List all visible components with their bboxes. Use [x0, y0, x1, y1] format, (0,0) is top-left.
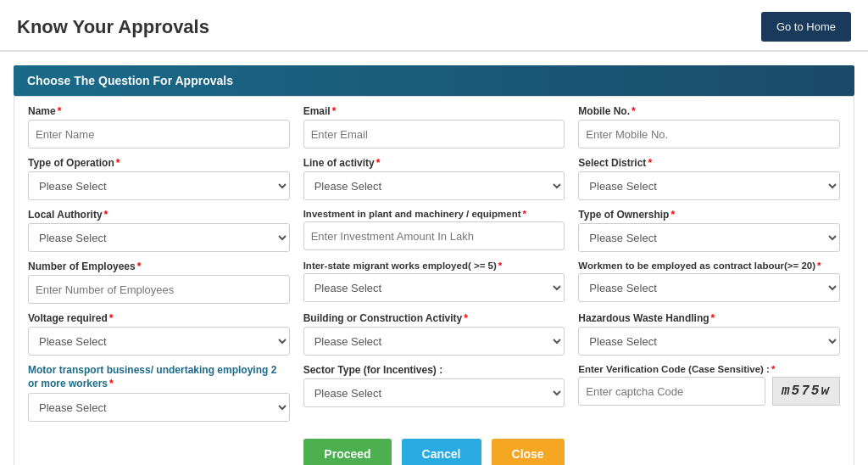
voltage-label: Voltage required*	[28, 312, 290, 324]
form-area: Name* Email* Mobile No.* Type of Oper	[14, 96, 854, 465]
hazardous-label: Hazardous Waste Handling*	[578, 312, 840, 324]
form-grid: Name* Email* Mobile No.* Type of Oper	[28, 105, 840, 425]
mobile-label: Mobile No.*	[578, 105, 840, 117]
building-select[interactable]: Please Select	[303, 327, 565, 356]
sector-label: Sector Type (for Incentives) :	[303, 364, 565, 376]
type-of-operation-group: Type of Operation* Please Select	[28, 157, 290, 200]
captcha-image: m575w	[772, 377, 840, 406]
inter-state-group: Inter-state migrant works employed( >= 5…	[303, 261, 565, 304]
page-header: Know Your Approvals Go to Home	[0, 0, 868, 52]
sector-select[interactable]: Please Select	[303, 378, 565, 407]
inter-state-label: Inter-state migrant works employed( >= 5…	[303, 261, 565, 271]
building-group: Building or Construction Activity* Pleas…	[303, 312, 565, 356]
investment-label: Investment in plant and machinery / equi…	[303, 209, 565, 219]
motor-label: Motor transport business/ undertaking em…	[28, 364, 290, 390]
select-district-group: Select District* Please Select	[578, 157, 840, 200]
voltage-group: Voltage required* Please Select	[28, 312, 290, 356]
investment-input[interactable]	[303, 221, 565, 250]
num-employees-group: Number of Employees*	[28, 261, 290, 304]
email-input[interactable]	[303, 120, 565, 148]
local-authority-select[interactable]: Please Select	[28, 223, 290, 252]
workmen-group: Workmen to be employed as contract labou…	[578, 261, 840, 304]
mobile-input[interactable]	[578, 120, 840, 148]
building-label: Building or Construction Activity*	[303, 312, 565, 324]
type-of-operation-select[interactable]: Please Select	[28, 171, 290, 200]
button-row: Proceed Cancel Close	[28, 439, 840, 465]
motor-select[interactable]: Please Select	[28, 393, 290, 422]
close-button[interactable]: Close	[492, 439, 565, 465]
name-label: Name*	[28, 105, 290, 117]
type-of-operation-label: Type of Operation*	[28, 157, 290, 169]
verification-group: Enter Verification Code (Case Sensitive)…	[578, 364, 840, 422]
inter-state-select[interactable]: Please Select	[303, 273, 565, 302]
hazardous-group: Hazardous Waste Handling* Please Select	[578, 312, 840, 356]
select-district-label: Select District*	[578, 157, 840, 169]
cancel-button[interactable]: Cancel	[402, 439, 481, 465]
page-title: Know Your Approvals	[17, 16, 209, 38]
type-of-ownership-label: Type of Ownership*	[578, 209, 840, 221]
num-employees-label: Number of Employees*	[28, 261, 290, 272]
line-of-activity-group: Line of activity* Please Select	[303, 157, 565, 200]
go-home-button[interactable]: Go to Home	[761, 12, 851, 42]
investment-group: Investment in plant and machinery / equi…	[303, 209, 565, 252]
line-of-activity-label: Line of activity*	[303, 157, 565, 169]
local-authority-group: Local Authority* Please Select	[28, 209, 290, 252]
type-of-ownership-select[interactable]: Please Select	[578, 223, 840, 252]
sector-group: Sector Type (for Incentives) : Please Se…	[303, 364, 565, 422]
section-heading: Choose The Question For Approvals	[14, 65, 854, 96]
workmen-label: Workmen to be employed as contract labou…	[578, 261, 840, 271]
type-of-ownership-group: Type of Ownership* Please Select	[578, 209, 840, 252]
email-label: Email*	[303, 105, 565, 117]
motor-group: Motor transport business/ undertaking em…	[28, 364, 290, 422]
hazardous-select[interactable]: Please Select	[578, 327, 840, 356]
captcha-row: m575w	[578, 377, 840, 406]
line-of-activity-select[interactable]: Please Select	[303, 171, 565, 200]
name-input[interactable]	[28, 120, 290, 148]
select-district-select[interactable]: Please Select	[578, 171, 840, 200]
voltage-select[interactable]: Please Select	[28, 327, 290, 356]
local-authority-label: Local Authority*	[28, 209, 290, 221]
mobile-group: Mobile No.*	[578, 105, 840, 148]
workmen-select[interactable]: Please Select	[578, 273, 840, 302]
name-group: Name*	[28, 105, 290, 148]
email-group: Email*	[303, 105, 565, 148]
proceed-button[interactable]: Proceed	[303, 439, 391, 465]
captcha-input[interactable]	[578, 377, 765, 406]
verification-label: Enter Verification Code (Case Sensitive)…	[578, 364, 840, 374]
num-employees-input[interactable]	[28, 275, 290, 304]
